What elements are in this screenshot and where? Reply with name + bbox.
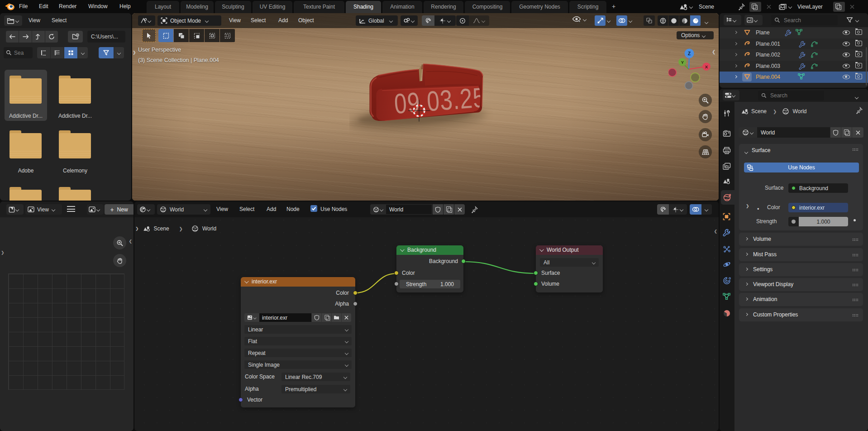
svg-text:X: X <box>705 64 708 69</box>
svg-text:Y: Y <box>681 60 684 65</box>
svg-text:Z: Z <box>688 51 691 56</box>
